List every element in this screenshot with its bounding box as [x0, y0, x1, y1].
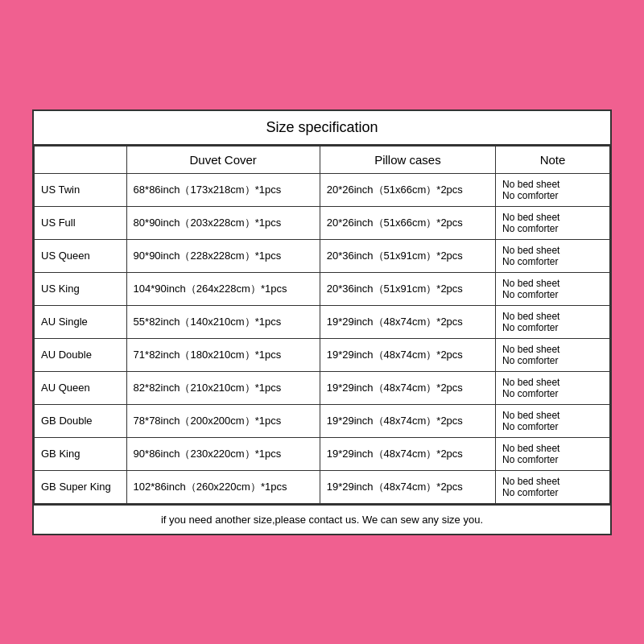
- col-duvet-header: Duvet Cover: [126, 146, 320, 173]
- cell-note: No bed sheet No comforter: [496, 272, 610, 305]
- col-pillow-header: Pillow cases: [320, 146, 495, 173]
- footer-text: if you need another size,please contact …: [34, 504, 610, 534]
- cell-duvet: 71*82inch（180x210cm）*1pcs: [126, 338, 320, 371]
- cell-size: GB King: [35, 437, 127, 470]
- cell-pillow: 20*26inch（51x66cm）*2pcs: [320, 173, 495, 206]
- cell-note: No bed sheet No comforter: [496, 437, 610, 470]
- cell-size: US Full: [35, 206, 127, 239]
- cell-size: AU Single: [35, 305, 127, 338]
- cell-note: No bed sheet No comforter: [496, 470, 610, 503]
- table-title: Size specification: [34, 111, 610, 146]
- cell-note: No bed sheet No comforter: [496, 173, 610, 206]
- cell-duvet: 78*78inch（200x200cm）*1pcs: [126, 404, 320, 437]
- cell-pillow: 19*29inch（48x74cm）*2pcs: [320, 437, 495, 470]
- col-note-header: Note: [496, 146, 610, 173]
- cell-pillow: 19*29inch（48x74cm）*2pcs: [320, 470, 495, 503]
- cell-duvet: 68*86inch（173x218cm）*1pcs: [126, 173, 320, 206]
- cell-size: AU Double: [35, 338, 127, 371]
- table-row: US Queen90*90inch（228x228cm）*1pcs20*36in…: [35, 239, 610, 272]
- cell-duvet: 82*82inch（210x210cm）*1pcs: [126, 371, 320, 404]
- cell-pillow: 19*29inch（48x74cm）*2pcs: [320, 338, 495, 371]
- cell-pillow: 19*29inch（48x74cm）*2pcs: [320, 404, 495, 437]
- table-row: GB Double78*78inch（200x200cm）*1pcs19*29i…: [35, 404, 610, 437]
- cell-note: No bed sheet No comforter: [496, 404, 610, 437]
- cell-pillow: 19*29inch（48x74cm）*2pcs: [320, 371, 495, 404]
- size-table: Duvet Cover Pillow cases Note US Twin68*…: [34, 146, 610, 504]
- cell-duvet: 90*86inch（230x220cm）*1pcs: [126, 437, 320, 470]
- cell-size: US Queen: [35, 239, 127, 272]
- table-row: GB Super King102*86inch（260x220cm）*1pcs1…: [35, 470, 610, 503]
- cell-size: AU Queen: [35, 371, 127, 404]
- table-wrapper: Size specification Duvet Cover Pillow ca…: [32, 109, 612, 535]
- cell-pillow: 20*36inch（51x91cm）*2pcs: [320, 239, 495, 272]
- cell-pillow: 19*29inch（48x74cm）*2pcs: [320, 305, 495, 338]
- table-body: US Twin68*86inch（173x218cm）*1pcs20*26inc…: [35, 173, 610, 503]
- cell-note: No bed sheet No comforter: [496, 206, 610, 239]
- cell-duvet: 90*90inch（228x228cm）*1pcs: [126, 239, 320, 272]
- header-row: Duvet Cover Pillow cases Note: [35, 146, 610, 173]
- table-row: GB King90*86inch（230x220cm）*1pcs19*29inc…: [35, 437, 610, 470]
- table-row: AU Queen82*82inch（210x210cm）*1pcs19*29in…: [35, 371, 610, 404]
- cell-duvet: 104*90inch（264x228cm）*1pcs: [126, 272, 320, 305]
- cell-size: GB Double: [35, 404, 127, 437]
- cell-duvet: 80*90inch（203x228cm）*1pcs: [126, 206, 320, 239]
- cell-note: No bed sheet No comforter: [496, 338, 610, 371]
- cell-size: GB Super King: [35, 470, 127, 503]
- cell-note: No bed sheet No comforter: [496, 239, 610, 272]
- cell-duvet: 55*82inch（140x210cm）*1pcs: [126, 305, 320, 338]
- cell-duvet: 102*86inch（260x220cm）*1pcs: [126, 470, 320, 503]
- cell-pillow: 20*26inch（51x66cm）*2pcs: [320, 206, 495, 239]
- col-size-header: [35, 146, 127, 173]
- cell-size: US Twin: [35, 173, 127, 206]
- table-row: US Twin68*86inch（173x218cm）*1pcs20*26inc…: [35, 173, 610, 206]
- cell-size: US King: [35, 272, 127, 305]
- table-row: AU Single55*82inch（140x210cm）*1pcs19*29i…: [35, 305, 610, 338]
- table-row: US Full80*90inch（203x228cm）*1pcs20*26inc…: [35, 206, 610, 239]
- cell-pillow: 20*36inch（51x91cm）*2pcs: [320, 272, 495, 305]
- cell-note: No bed sheet No comforter: [496, 371, 610, 404]
- outer-container: Size specification Duvet Cover Pillow ca…: [8, 85, 636, 559]
- table-row: US King104*90inch（264x228cm）*1pcs20*36in…: [35, 272, 610, 305]
- cell-note: No bed sheet No comforter: [496, 305, 610, 338]
- table-row: AU Double71*82inch（180x210cm）*1pcs19*29i…: [35, 338, 610, 371]
